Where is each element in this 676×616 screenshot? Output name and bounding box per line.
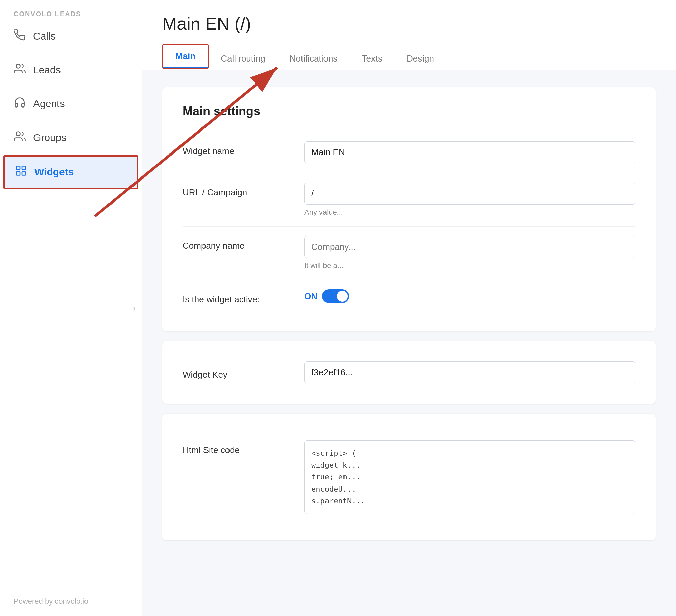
sidebar-item-leads[interactable]: Leads <box>0 53 142 87</box>
widget-key-input[interactable] <box>304 361 635 383</box>
sidebar-widgets-label: Widgets <box>34 166 74 178</box>
url-control: Any value... <box>304 183 635 217</box>
sidebar-collapse-arrow[interactable]: › <box>132 303 136 313</box>
sidebar-groups-label: Groups <box>33 132 66 143</box>
svg-rect-5 <box>22 172 26 175</box>
widget-key-control <box>304 361 635 383</box>
sidebar-item-calls[interactable]: Calls <box>0 19 142 53</box>
widget-key-card: Widget Key <box>162 341 656 404</box>
widget-active-label: Is the widget active: <box>183 289 291 305</box>
url-hint: Any value... <box>304 208 635 217</box>
widget-name-row: Widget name <box>183 132 635 173</box>
sidebar-item-groups[interactable]: Groups <box>0 121 142 155</box>
sidebar-calls-label: Calls <box>33 30 56 42</box>
widgets-icon <box>15 165 27 180</box>
url-campaign-row: URL / Campaign Any value... <box>183 173 635 227</box>
url-label: URL / Campaign <box>183 183 291 198</box>
company-name-row: Company name It will be a... <box>183 227 635 280</box>
svg-point-1 <box>16 132 20 136</box>
company-name-label: Company name <box>183 236 291 251</box>
content-area: Main settings Widget name URL / Campaign… <box>142 70 676 557</box>
widget-active-control: ON <box>304 289 635 303</box>
tabs-bar: Main Call routing Notifications Texts De… <box>162 44 656 70</box>
svg-rect-3 <box>22 166 26 170</box>
svg-rect-2 <box>17 166 20 170</box>
company-name-control: It will be a... <box>304 236 635 270</box>
html-code-label: Html Site code <box>183 440 291 455</box>
toggle-on-label: ON <box>304 291 317 302</box>
html-code-row: Html Site code <script> ( widget_k... tr… <box>183 431 635 523</box>
sidebar: CONVOLO LEADS Calls Leads <box>0 0 142 616</box>
sidebar-footer: Powered by convolo.io <box>14 597 88 606</box>
code-line-3: true; em... <box>311 471 628 483</box>
sidebar-item-widgets[interactable]: Widgets <box>3 155 138 189</box>
sidebar-item-agents[interactable]: Agents <box>0 87 142 121</box>
sidebar-leads-label: Leads <box>33 64 61 76</box>
tab-main[interactable]: Main <box>162 44 209 69</box>
toggle-wrapper: ON <box>304 289 635 303</box>
main-content: Main EN (/) Main Call routing Notificati… <box>142 0 676 616</box>
html-code-control: <script> ( widget_k... true; em... encod… <box>304 440 635 514</box>
url-input[interactable] <box>304 183 635 205</box>
widget-name-input[interactable] <box>304 141 635 163</box>
main-settings-card: Main settings Widget name URL / Campaign… <box>162 87 656 331</box>
html-code-display: <script> ( widget_k... true; em... encod… <box>304 440 635 514</box>
tab-call-routing[interactable]: Call routing <box>209 47 277 70</box>
company-name-input[interactable] <box>304 236 635 258</box>
code-line-1: <script> ( <box>311 447 628 459</box>
leads-icon <box>14 63 26 77</box>
tab-design[interactable]: Design <box>394 47 446 70</box>
svg-point-0 <box>16 64 20 68</box>
sidebar-navigation: Calls Leads Agents <box>0 19 142 190</box>
code-line-2: widget_k... <box>311 459 628 471</box>
widget-key-row: Widget Key <box>183 358 635 387</box>
widget-name-control <box>304 141 635 163</box>
code-line-5: s.parentN... <box>311 495 628 507</box>
agents-icon <box>14 96 26 111</box>
widget-key-label: Widget Key <box>183 365 291 380</box>
svg-rect-4 <box>17 172 20 175</box>
html-site-code-card: Html Site code <script> ( widget_k... tr… <box>162 414 656 540</box>
groups-icon <box>14 130 26 145</box>
main-settings-title: Main settings <box>183 104 635 118</box>
widget-name-label: Widget name <box>183 141 291 157</box>
page-title: Main EN (/) <box>162 14 656 34</box>
code-line-4: encodeU... <box>311 483 628 495</box>
toggle-slider <box>322 289 349 303</box>
sidebar-brand: CONVOLO LEADS <box>0 7 142 19</box>
widget-active-toggle[interactable] <box>322 289 349 303</box>
page-header: Main EN (/) Main Call routing Notificati… <box>142 0 676 70</box>
tab-notifications[interactable]: Notifications <box>277 47 350 70</box>
company-name-hint: It will be a... <box>304 261 635 270</box>
calls-icon <box>14 29 26 44</box>
tab-texts[interactable]: Texts <box>349 47 394 70</box>
sidebar-agents-label: Agents <box>33 98 65 110</box>
widget-active-row: Is the widget active: ON <box>183 280 635 314</box>
